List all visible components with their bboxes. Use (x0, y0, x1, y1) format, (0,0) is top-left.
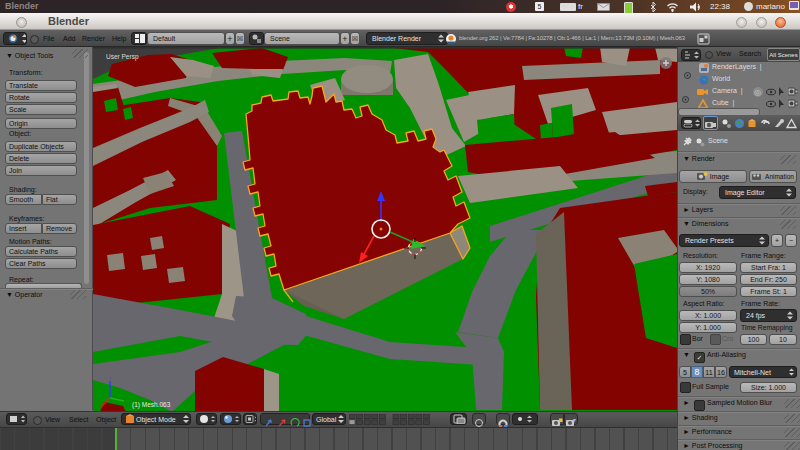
svg-text:z: z (108, 375, 111, 381)
svg-text:(1) Mesh.063: (1) Mesh.063 (132, 401, 171, 409)
svg-text:◎: ◎ (754, 88, 761, 97)
svg-text:User Persp: User Persp (106, 53, 139, 61)
